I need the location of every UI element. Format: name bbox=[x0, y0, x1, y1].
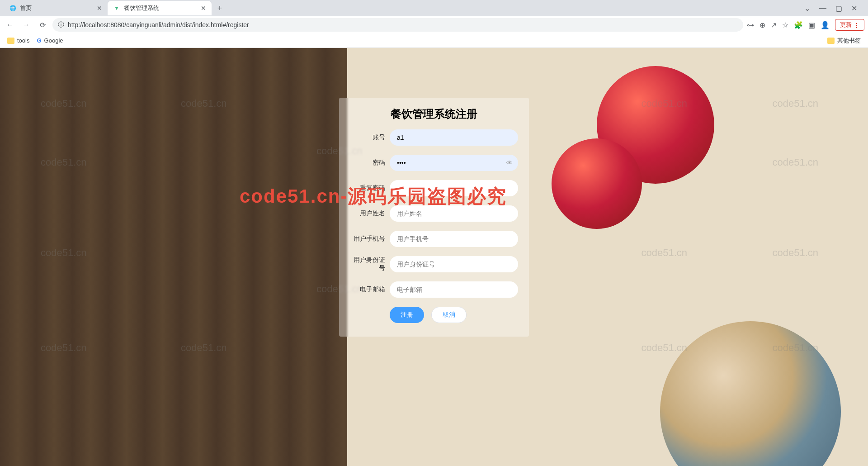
share-icon[interactable]: ↗ bbox=[771, 21, 777, 29]
phone-row: 用户手机号 bbox=[350, 231, 518, 247]
new-tab-button[interactable]: + bbox=[213, 2, 226, 14]
phone-input[interactable] bbox=[390, 231, 518, 247]
star-icon[interactable]: ☆ bbox=[782, 21, 788, 29]
username-label: 用户姓名 bbox=[350, 209, 385, 218]
update-button[interactable]: 更新 ⋮ bbox=[835, 19, 864, 31]
tab-home[interactable]: 🌐 首页 ✕ bbox=[4, 1, 108, 15]
close-icon[interactable]: ✕ bbox=[97, 5, 102, 12]
username-row: 用户姓名 bbox=[350, 205, 518, 222]
more-icon: ⋮ bbox=[854, 22, 859, 29]
idcard-row: 用户身份证号 bbox=[350, 256, 518, 272]
page-content: code51.cn code51.cn code51.cn code51.cn … bbox=[0, 48, 868, 466]
tab-app[interactable]: ▼ 餐饮管理系统 ✕ bbox=[108, 1, 212, 15]
globe-icon: 🌐 bbox=[9, 5, 16, 12]
forward-button[interactable]: → bbox=[20, 19, 33, 31]
account-row: 账号 bbox=[350, 129, 518, 146]
folder-icon bbox=[827, 38, 835, 44]
tab-title: 餐饮管理系统 bbox=[124, 4, 159, 12]
email-input[interactable] bbox=[390, 281, 518, 298]
eye-icon[interactable]: 👁 bbox=[506, 159, 513, 166]
browser-chrome: 🌐 首页 ✕ ▼ 餐饮管理系统 ✕ + ⌄ — ▢ ✕ ← → ⟳ ⓘ http… bbox=[0, 0, 868, 48]
tab-bar: 🌐 首页 ✕ ▼ 餐饮管理系统 ✕ + ⌄ — ▢ ✕ bbox=[0, 0, 868, 16]
password-input[interactable] bbox=[390, 155, 518, 171]
url-bar[interactable]: ⓘ http://localhost:8080/canyinguanli/adm… bbox=[52, 18, 743, 32]
close-window-icon[interactable]: ✕ bbox=[851, 4, 857, 13]
account-input[interactable] bbox=[390, 129, 518, 146]
info-icon[interactable]: ⓘ bbox=[58, 21, 64, 29]
window-controls: ⌄ — ▢ ✕ bbox=[797, 4, 864, 13]
other-bookmarks[interactable]: 其他书签 bbox=[827, 37, 861, 45]
google-icon: G bbox=[37, 37, 41, 44]
repeat-password-label: 重复密码 bbox=[350, 184, 385, 192]
idcard-input[interactable] bbox=[390, 256, 518, 272]
toolbar-icons: ⊶ ⊕ ↗ ☆ 🧩 ▣ 👤 更新 ⋮ bbox=[747, 19, 864, 31]
extensions-icon[interactable]: 🧩 bbox=[794, 21, 803, 29]
url-text: http://localhost:8080/canyinguanli/admin… bbox=[68, 21, 738, 29]
close-icon[interactable]: ✕ bbox=[201, 5, 206, 12]
email-label: 电子邮箱 bbox=[350, 285, 385, 294]
tab-title: 首页 bbox=[20, 4, 32, 12]
sidepanel-icon[interactable]: ▣ bbox=[808, 21, 815, 29]
profile-icon[interactable]: 👤 bbox=[821, 21, 830, 29]
chevron-down-icon[interactable]: ⌄ bbox=[804, 4, 810, 13]
account-label: 账号 bbox=[350, 133, 385, 142]
register-button[interactable]: 注册 bbox=[390, 307, 424, 323]
nav-bar: ← → ⟳ ⓘ http://localhost:8080/canyinguan… bbox=[0, 16, 868, 33]
username-input[interactable] bbox=[390, 205, 518, 222]
password-row: 密码 👁 bbox=[350, 155, 518, 171]
folder-icon bbox=[7, 38, 14, 44]
maximize-icon[interactable]: ▢ bbox=[835, 4, 842, 13]
minimize-icon[interactable]: — bbox=[819, 4, 826, 13]
idcard-label: 用户身份证号 bbox=[350, 256, 385, 272]
bookmarks-bar: tools G Google 其他书签 bbox=[0, 33, 868, 48]
back-button[interactable]: ← bbox=[4, 19, 16, 31]
bookmark-google[interactable]: G Google bbox=[37, 37, 63, 44]
phone-label: 用户手机号 bbox=[350, 235, 385, 243]
form-actions: 注册 取消 bbox=[390, 307, 518, 323]
register-form: 餐饮管理系统注册 账号 密码 👁 重复密码 用户姓名 用户手机号 用户身份证号 bbox=[339, 98, 529, 337]
vue-icon: ▼ bbox=[113, 5, 120, 12]
zoom-icon[interactable]: ⊕ bbox=[760, 21, 765, 29]
form-title: 餐饮管理系统注册 bbox=[350, 107, 518, 121]
email-row: 电子邮箱 bbox=[350, 281, 518, 298]
password-label: 密码 bbox=[350, 159, 385, 167]
cancel-button[interactable]: 取消 bbox=[431, 307, 467, 323]
repeat-password-row: 重复密码 bbox=[350, 180, 518, 196]
bookmark-tools[interactable]: tools bbox=[7, 37, 29, 44]
key-icon[interactable]: ⊶ bbox=[747, 21, 754, 29]
reload-button[interactable]: ⟳ bbox=[36, 19, 49, 31]
repeat-password-input[interactable] bbox=[390, 180, 518, 196]
